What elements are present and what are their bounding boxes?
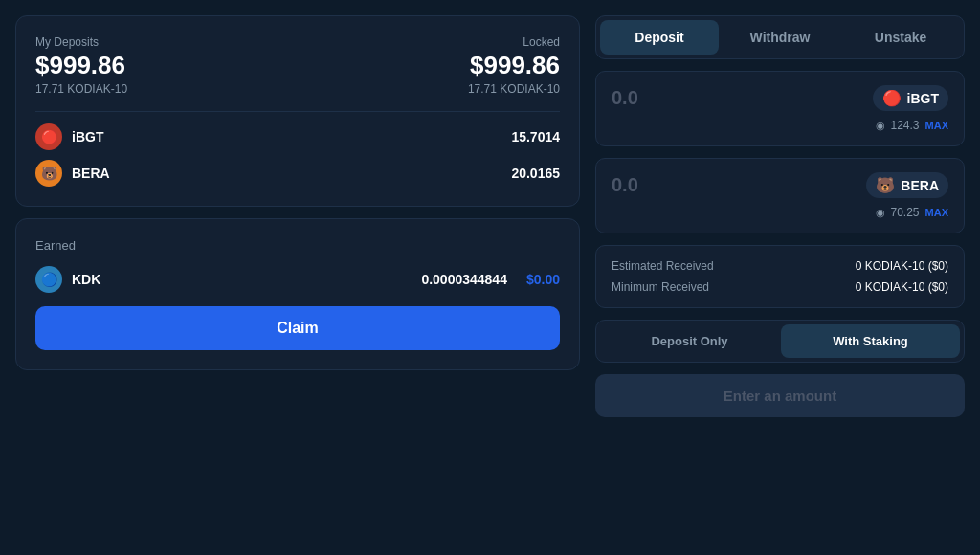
bera-balance: 70.25 (891, 206, 920, 219)
claim-button[interactable]: Claim (35, 306, 560, 350)
ibgt-badge-icon: 🔴 (882, 89, 902, 107)
ibgt-name: iBGT (72, 129, 501, 144)
tab-bar: Deposit Withdraw Unstake (595, 15, 965, 59)
bera-icon: 🐻 (35, 160, 62, 187)
kdk-amount: 0.0000344844 (421, 272, 507, 287)
list-item: 🔴 iBGT 15.7014 (35, 123, 560, 150)
tab-deposit[interactable]: Deposit (600, 20, 719, 55)
wallet-icon: ◉ (876, 120, 885, 132)
divider (35, 111, 560, 112)
kdk-icon: 🔵 (35, 266, 62, 293)
tab-withdraw[interactable]: Withdraw (721, 20, 839, 55)
bera-badge-icon: 🐻 (876, 176, 895, 194)
ibgt-badge-name: iBGT (907, 91, 939, 106)
bera-badge-name: BERA (901, 178, 939, 193)
minimum-value: 0 KODIAK-10 ($0) (856, 280, 948, 294)
right-panel: Deposit Withdraw Unstake 0.0 🔴 iBGT ◉ 12… (595, 15, 965, 540)
kdk-name: KDK (72, 272, 412, 287)
my-deposits-section: My Deposits $999.86 17.71 KODIAK-10 (35, 35, 127, 96)
with-staking-button[interactable]: With Staking (781, 324, 960, 358)
bera-amount: 20.0165 (511, 166, 560, 181)
info-card: Estimated Received 0 KODIAK-10 ($0) Mini… (595, 245, 965, 308)
ibgt-input-value[interactable]: 0.0 (612, 87, 638, 109)
deposit-only-button[interactable]: Deposit Only (600, 324, 779, 358)
locked-label: Locked (468, 35, 560, 49)
earned-label: Earned (35, 238, 560, 253)
ibgt-token-badge: 🔴 iBGT (873, 85, 948, 111)
ibgt-input-row: 0.0 🔴 iBGT (612, 85, 948, 111)
deposits-card: My Deposits $999.86 17.71 KODIAK-10 Lock… (15, 15, 580, 207)
bera-input-row: 0.0 🐻 BERA (612, 172, 948, 198)
bera-input-value[interactable]: 0.0 (612, 174, 638, 196)
locked-sub: 17.71 KODIAK-10 (468, 82, 560, 96)
ibgt-max-button[interactable]: MAX (925, 120, 948, 131)
bera-max-button[interactable]: MAX (925, 207, 948, 218)
minimum-label: Minimum Received (612, 280, 709, 294)
estimated-row: Estimated Received 0 KODIAK-10 ($0) (612, 259, 948, 273)
tab-unstake[interactable]: Unstake (841, 20, 960, 55)
my-deposits-label: My Deposits (35, 35, 127, 49)
ibgt-balance: 124.3 (891, 119, 920, 132)
my-deposits-sub: 17.71 KODIAK-10 (35, 82, 127, 96)
locked-section: Locked $999.86 17.71 KODIAK-10 (468, 35, 560, 96)
token-list: 🔴 iBGT 15.7014 🐻 BERA 20.0165 (35, 123, 560, 187)
bera-balance-row: ◉ 70.25 MAX (612, 206, 948, 219)
enter-amount-button[interactable]: Enter an amount (595, 374, 965, 417)
earned-card: Earned 🔵 KDK 0.0000344844 $0.00 Claim (15, 218, 580, 370)
ibgt-input-card: 0.0 🔴 iBGT ◉ 124.3 MAX (595, 71, 965, 146)
ibgt-amount: 15.7014 (511, 129, 560, 144)
locked-amount: $999.86 (468, 51, 560, 80)
ibgt-balance-row: ◉ 124.3 MAX (612, 119, 948, 132)
list-item: 🐻 BERA 20.0165 (35, 160, 560, 187)
kdk-row: 🔵 KDK 0.0000344844 $0.00 (35, 266, 560, 293)
bera-input-card: 0.0 🐻 BERA ◉ 70.25 MAX (595, 158, 965, 233)
estimated-label: Estimated Received (612, 259, 714, 273)
bera-name: BERA (72, 166, 501, 181)
my-deposits-amount: $999.86 (35, 51, 127, 80)
kdk-dollar: $0.00 (526, 272, 560, 287)
estimated-value: 0 KODIAK-10 ($0) (856, 259, 948, 273)
left-panel: My Deposits $999.86 17.71 KODIAK-10 Lock… (15, 15, 580, 540)
minimum-row: Minimum Received 0 KODIAK-10 ($0) (612, 280, 948, 294)
deposits-header: My Deposits $999.86 17.71 KODIAK-10 Lock… (35, 35, 560, 96)
wallet-icon-2: ◉ (876, 207, 885, 219)
ibgt-icon: 🔴 (35, 123, 62, 150)
bera-token-badge: 🐻 BERA (866, 172, 948, 198)
deposit-mode-bar: Deposit Only With Staking (595, 320, 965, 363)
